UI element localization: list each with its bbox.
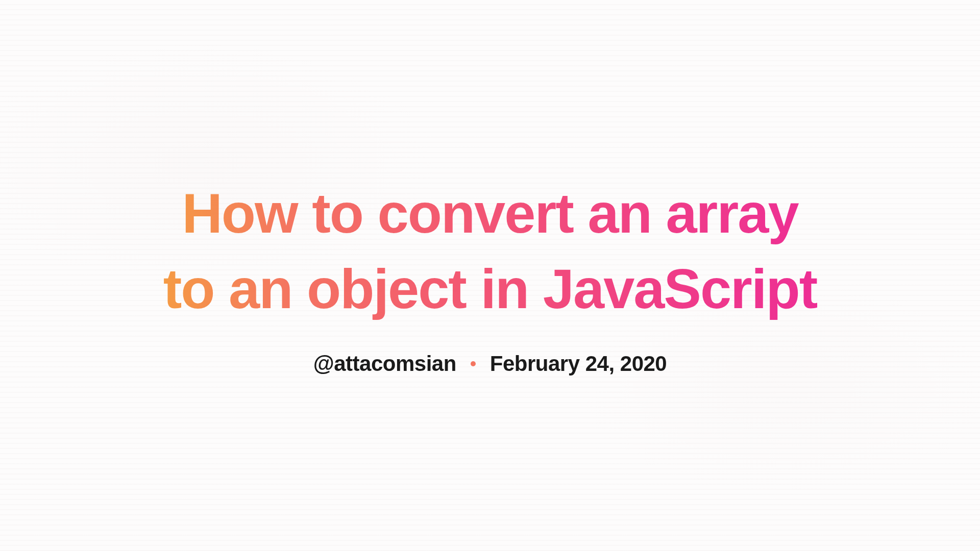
author-handle: @attacomsian [313,352,456,376]
separator-dot [471,361,476,366]
article-meta: @attacomsian February 24, 2020 [153,352,827,376]
content-container: How to convert an array to an object in … [133,176,847,376]
publish-date: February 24, 2020 [490,352,667,376]
article-title: How to convert an array to an object in … [153,176,827,327]
